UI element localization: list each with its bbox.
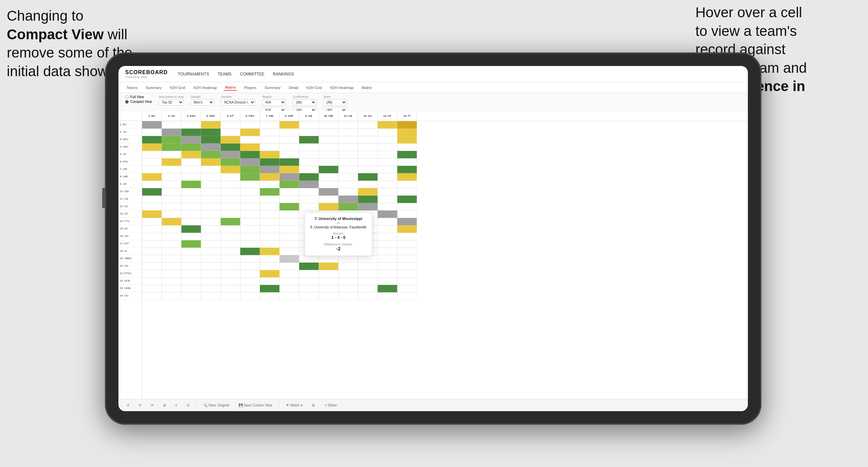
cell-13-3[interactable]	[181, 210, 201, 218]
sub-nav-players[interactable]: Players	[243, 85, 258, 90]
cell-23-3[interactable]	[181, 285, 201, 292]
cell-14-8[interactable]	[280, 218, 299, 225]
cell-19-2[interactable]	[162, 255, 181, 263]
cell-9-9[interactable]	[299, 181, 319, 188]
toolbar-menu[interactable]: ≡	[173, 402, 180, 408]
cell-14-13[interactable]	[378, 218, 397, 225]
cell-12-10[interactable]	[319, 203, 338, 210]
cell-24-9[interactable]	[299, 292, 319, 300]
toolbar-grid2[interactable]: ⊞	[309, 402, 317, 408]
cell-7-14[interactable]	[397, 166, 417, 173]
cell-19-12[interactable]	[358, 255, 378, 263]
cell-7-9[interactable]	[299, 166, 319, 173]
cell-11-6[interactable]	[240, 196, 260, 203]
cell-20-2[interactable]	[162, 263, 181, 270]
cell-15-5[interactable]	[221, 225, 240, 233]
cell-5-11[interactable]	[338, 151, 358, 158]
cell-2-7[interactable]	[260, 129, 280, 136]
cell-8-12[interactable]	[358, 173, 378, 181]
cell-1-1[interactable]	[142, 121, 162, 129]
cell-12-9[interactable]	[299, 203, 319, 210]
cell-4-12[interactable]	[358, 143, 378, 151]
cell-18-13[interactable]	[378, 248, 397, 255]
cell-17-13[interactable]	[378, 240, 397, 248]
cell-24-2[interactable]	[162, 292, 181, 300]
cell-15-6[interactable]	[240, 225, 260, 233]
cell-11-13[interactable]	[378, 196, 397, 203]
cell-16-14[interactable]	[397, 233, 417, 240]
cell-24-12[interactable]	[358, 292, 378, 300]
cell-6-11[interactable]	[338, 158, 358, 166]
cell-16-7[interactable]	[260, 233, 280, 240]
cell-14-1[interactable]	[142, 218, 162, 225]
cell-14-5[interactable]	[221, 218, 240, 225]
cell-2-14[interactable]	[397, 129, 417, 136]
sub-nav-matrix1[interactable]: Matrix	[224, 85, 237, 91]
cell-10-6[interactable]	[240, 188, 260, 196]
cell-20-6[interactable]	[240, 263, 260, 270]
cell-21-7[interactable]	[260, 270, 280, 277]
cell-7-3[interactable]	[181, 166, 201, 173]
cell-18-8[interactable]	[280, 248, 299, 255]
cell-14-2[interactable]	[162, 218, 181, 225]
cell-3-11[interactable]	[338, 136, 358, 143]
cell-6-8[interactable]	[280, 158, 299, 166]
cell-6-13[interactable]	[378, 158, 397, 166]
cell-18-14[interactable]	[397, 248, 417, 255]
cell-3-6[interactable]	[240, 136, 260, 143]
cell-22-11[interactable]	[338, 277, 358, 285]
cell-3-8[interactable]	[280, 136, 299, 143]
cell-24-3[interactable]	[181, 292, 201, 300]
cell-9-14[interactable]	[397, 181, 417, 188]
cell-14-3[interactable]	[181, 218, 201, 225]
cell-11-3[interactable]	[181, 196, 201, 203]
cell-17-5[interactable]	[221, 240, 240, 248]
full-view-radio[interactable]	[125, 95, 129, 99]
toolbar-save-custom[interactable]: 💾 Save Custom View	[236, 402, 275, 408]
cell-17-2[interactable]	[162, 240, 181, 248]
cell-5-1[interactable]	[142, 151, 162, 158]
cell-7-1[interactable]	[142, 166, 162, 173]
cell-18-4[interactable]	[201, 248, 221, 255]
cell-6-12[interactable]	[358, 158, 378, 166]
cell-20-13[interactable]	[378, 263, 397, 270]
cell-21-14[interactable]	[397, 270, 417, 277]
cell-2-10[interactable]	[319, 129, 338, 136]
cell-18-3[interactable]	[181, 248, 201, 255]
cell-15-3[interactable]	[181, 225, 201, 233]
cell-8-13[interactable]	[378, 173, 397, 181]
cell-19-3[interactable]	[181, 255, 201, 263]
cell-13-2[interactable]	[162, 210, 181, 218]
cell-1-5[interactable]	[221, 121, 240, 129]
cell-10-4[interactable]	[201, 188, 221, 196]
cell-8-11[interactable]	[338, 173, 358, 181]
cell-19-6[interactable]	[240, 255, 260, 263]
cell-23-12[interactable]	[358, 285, 378, 292]
cell-6-5[interactable]	[221, 158, 240, 166]
cell-8-2[interactable]	[162, 173, 181, 181]
cell-17-7[interactable]	[260, 240, 280, 248]
toolbar-view-original[interactable]: 🔍 View: Original	[201, 402, 232, 408]
cell-2-8[interactable]	[280, 129, 299, 136]
cell-13-14[interactable]	[397, 210, 417, 218]
cell-1-7[interactable]	[260, 121, 280, 129]
cell-7-10[interactable]	[319, 166, 338, 173]
cell-20-4[interactable]	[201, 263, 221, 270]
cell-11-4[interactable]	[201, 196, 221, 203]
filter-conference-select[interactable]: (All)	[293, 99, 316, 106]
cell-10-7[interactable]	[260, 188, 280, 196]
cell-3-3[interactable]	[181, 136, 201, 143]
cell-1-10[interactable]	[319, 121, 338, 129]
cell-24-14[interactable]	[397, 292, 417, 300]
sub-nav-teams[interactable]: Teams	[125, 85, 139, 90]
cell-1-11[interactable]	[338, 121, 358, 129]
cell-22-5[interactable]	[221, 277, 240, 285]
cell-9-11[interactable]	[338, 181, 358, 188]
cell-12-6[interactable]	[240, 203, 260, 210]
cell-17-14[interactable]	[397, 240, 417, 248]
cell-7-12[interactable]	[358, 166, 378, 173]
sub-nav-h2h-heatmap2[interactable]: H2H Heatmap	[329, 85, 355, 90]
cell-3-7[interactable]	[260, 136, 280, 143]
cell-15-14[interactable]	[397, 225, 417, 233]
cell-18-2[interactable]	[162, 248, 181, 255]
